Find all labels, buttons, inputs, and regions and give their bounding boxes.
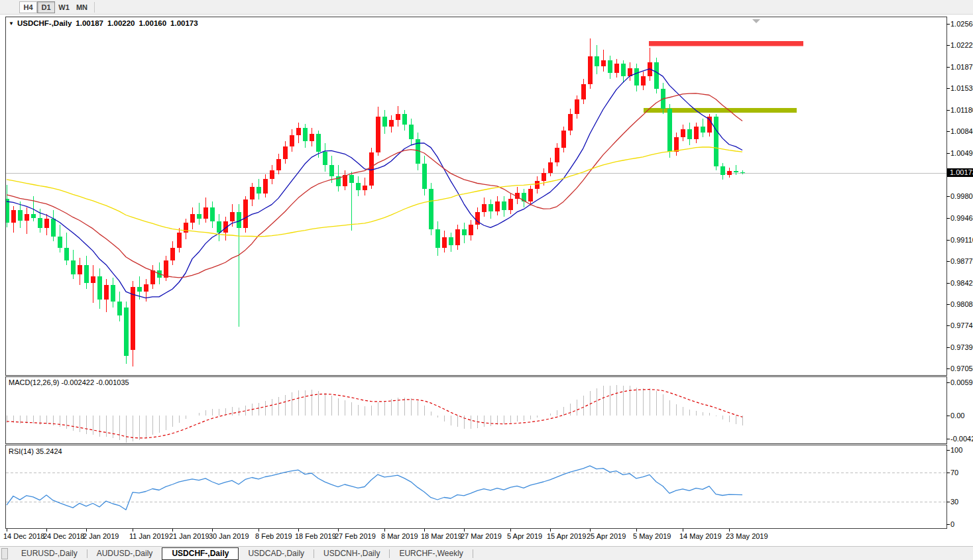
date-axis-label: 5 May 2019 <box>633 532 671 540</box>
date-axis-label: 11 Jan 2019 <box>129 532 169 540</box>
quote-close: 1.00173 <box>170 19 198 27</box>
date-axis-label: 18 Mar 2019 <box>421 532 462 540</box>
timeframe-button-w1[interactable]: W1 <box>55 1 73 13</box>
chart-tab-bar: EURUSD-,DailyAUDUSD-,DailyUSDCHF-,DailyU… <box>0 546 973 560</box>
price-axis-label: 1.01870 <box>950 63 973 71</box>
price-axis-label: 0.97740 <box>950 321 973 329</box>
macd-axis-label: 0.00597 <box>950 378 973 386</box>
rsi-axis-label: 70 <box>950 469 958 476</box>
price-pane[interactable] <box>6 17 947 376</box>
price-axis-label: 1.01180 <box>950 106 973 114</box>
chart-tab-usdcnh[interactable]: USDCNH-,Daily <box>314 547 389 560</box>
date-axis-label: 15 Apr 2019 <box>547 532 586 540</box>
tab-separator <box>473 549 473 558</box>
current-price-tag: 1.00173 <box>947 168 973 177</box>
price-axis-label: 0.98770 <box>950 257 973 265</box>
date-axis-label: 23 May 2019 <box>726 532 768 540</box>
rsi-axis-label: 0 <box>950 520 954 528</box>
date-axis-label: 24 Dec 2018 <box>43 532 84 540</box>
chart-tab-eurusd[interactable]: EURUSD-,Daily <box>12 547 87 560</box>
date-axis-label: 21 Jan 2019 <box>169 532 209 540</box>
date-axis-label: 27 Mar 2019 <box>461 532 502 540</box>
timeframe-button-h4[interactable]: H4 <box>19 1 37 13</box>
price-axis-label: 1.00840 <box>950 127 973 135</box>
quote-high: 1.00220 <box>107 19 135 27</box>
chart-canvas[interactable] <box>0 0 973 560</box>
price-axis-label: 0.99800 <box>950 192 973 200</box>
chart-header: ▼ USDCHF-,Daily 1.00187 1.00220 1.00160 … <box>9 19 198 27</box>
date-axis-label: 25 Apr 2019 <box>587 532 626 540</box>
symbol-dropdown-icon[interactable]: ▼ <box>9 21 14 27</box>
date-axis-label: 8 Feb 2019 <box>255 532 292 540</box>
resistance-bar[interactable] <box>649 41 803 46</box>
price-axis-label: 0.97050 <box>950 364 973 372</box>
date-axis-label: 30 Jan 2019 <box>209 532 249 540</box>
date-axis-label: 27 Feb 2019 <box>335 532 376 540</box>
timeframe-button-mn[interactable]: MN <box>73 1 91 13</box>
price-axis-label: 1.02220 <box>950 41 973 49</box>
trading-terminal-window: H4D1W1MN ▼ USDCHF-,Daily 1.00187 1.00220… <box>0 0 973 560</box>
rsi-label: RSI(14) 35.2424 <box>9 447 62 455</box>
date-axis-label: 14 May 2019 <box>679 532 722 540</box>
date-axis-label: 2 Jan 2019 <box>83 532 119 540</box>
quote-low: 1.00160 <box>139 19 167 27</box>
toolbar-separator <box>94 2 95 13</box>
timeframe-button-d1[interactable]: D1 <box>37 1 55 13</box>
support-bar[interactable] <box>644 108 797 113</box>
chart-tab-audusd[interactable]: AUDUSD-,Daily <box>87 547 162 560</box>
price-axis-label: 1.01530 <box>950 84 973 92</box>
quote-open: 1.00187 <box>76 19 103 27</box>
rsi-pane[interactable] <box>6 445 947 529</box>
date-axis-label: 18 Feb 2019 <box>295 532 336 540</box>
price-axis-label: 0.97390 <box>950 343 973 351</box>
tab-scroll-stub[interactable] <box>1 548 8 559</box>
timeframe-toolbar: H4D1W1MN <box>0 0 973 15</box>
price-axis-label: 0.99460 <box>950 214 973 222</box>
rsi-axis-label: 100 <box>950 446 962 454</box>
date-axis-label: 5 Apr 2019 <box>507 532 542 540</box>
rsi-axis-label: 30 <box>950 498 958 506</box>
macd-label: MACD(12,26,9) -0.002422 -0.001035 <box>9 378 129 386</box>
chart-tab-usdchf[interactable]: USDCHF-,Daily <box>162 547 239 560</box>
chart-tab-eurchf[interactable]: EURCHF-,Weekly <box>390 547 472 560</box>
macd-axis-label: 0.00 <box>950 412 964 420</box>
date-axis-label: 8 Mar 2019 <box>381 532 418 540</box>
price-axis-label: 1.02560 <box>950 20 973 28</box>
macd-pane[interactable] <box>6 377 947 444</box>
chart-symbol-label: USDCHF-,Daily <box>17 19 72 27</box>
price-axis-label: 0.98420 <box>950 279 973 287</box>
price-axis-label: 0.99110 <box>950 236 973 244</box>
price-axis-label: 1.00490 <box>950 149 973 157</box>
chart-tab-usdcad[interactable]: USDCAD-,Daily <box>239 547 314 560</box>
price-axis-label: 0.98080 <box>950 300 973 308</box>
macd-axis-label: -0.004243 <box>950 435 973 443</box>
date-axis-label: 14 Dec 2018 <box>3 532 44 540</box>
